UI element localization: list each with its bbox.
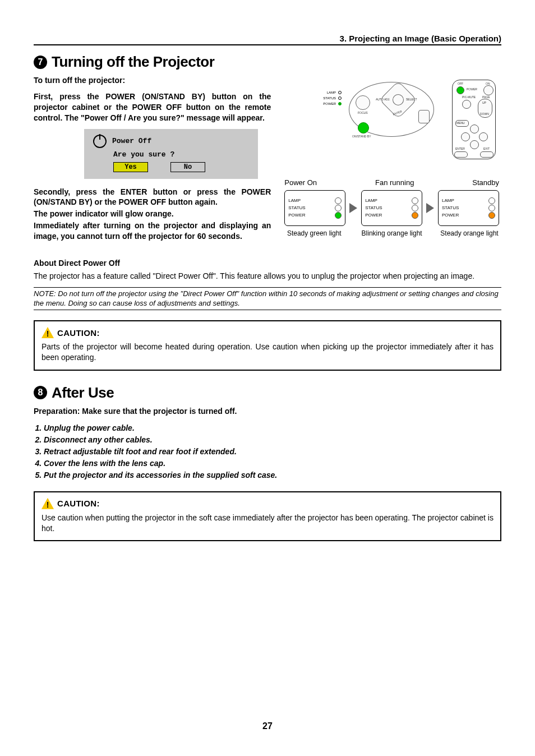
dialog-line2: Are you sure ?	[113, 150, 252, 159]
direct-power-off-heading: About Direct Power Off	[34, 259, 501, 268]
state-headers: Power On Fan running Standby	[284, 178, 499, 187]
caution-box-1: ! CAUTION: Parts of the projector will b…	[34, 320, 501, 371]
caution-2-text: Use caution when putting the projector i…	[41, 513, 494, 534]
power-off-dialog: Power Off Are you sure ? Yes No	[84, 129, 258, 179]
projector-panel-figure: LAMP STATUS POWER FOCUS ON/STAND BY AUTO…	[342, 79, 437, 146]
state-box-on: LAMP STATUS POWER	[284, 190, 345, 226]
power-icon	[93, 135, 107, 148]
warning-icon: !	[41, 498, 54, 509]
section-7-badge: 7	[34, 56, 47, 69]
dialog-no-button[interactable]: No	[170, 162, 205, 172]
state-boxes: LAMP STATUS POWER LAMP STATUS POWER LAMP…	[284, 190, 499, 226]
warning-icon: !	[41, 327, 54, 338]
section7-para2-line1: Secondly, press the ENTER button or pres…	[34, 187, 271, 208]
arrow-icon	[349, 203, 357, 213]
section7-lead: To turn off the projector:	[34, 75, 271, 86]
direct-power-off-note: NOTE: Do not turn off the projector usin…	[34, 287, 501, 310]
dialog-line1: Power Off	[112, 137, 151, 145]
section-8-heading: 8 After Use	[34, 384, 501, 402]
caution-box-2: ! CAUTION: Use caution when putting the …	[34, 491, 501, 542]
step-2: Disconnect any other cables.	[44, 434, 501, 446]
section-8-badge: 8	[34, 386, 47, 399]
step-4: Cover the lens with the lens cap.	[44, 458, 501, 469]
arrow-icon	[426, 203, 434, 213]
caution-1-title: CAUTION:	[57, 328, 100, 338]
step-1: Unplug the power cable.	[44, 422, 501, 434]
caution-2-title: CAUTION:	[57, 499, 100, 508]
state-captions: Steady green light Blinking orange light…	[283, 229, 500, 237]
section7-para2-line3: Immediately after turning on the project…	[34, 220, 271, 242]
section-7-title: Turning off the Projector	[52, 53, 214, 71]
step-5: Put the projector and its accessories in…	[44, 469, 501, 481]
chapter-header: 3. Projecting an Image (Basic Operation)	[34, 34, 501, 45]
panel-legend: LAMP STATUS POWER	[317, 90, 342, 107]
step-3: Retract adjustable tilt foot and rear fo…	[44, 446, 501, 458]
dialog-yes-button[interactable]: Yes	[113, 162, 148, 172]
section7-para1: First, press the POWER (ON/STAND BY) but…	[34, 91, 271, 123]
state-box-fan: LAMP STATUS POWER	[361, 190, 422, 226]
section-7-heading: 7 Turning off the Projector	[34, 53, 501, 71]
section-8-title: After Use	[52, 384, 114, 402]
caution-1-text: Parts of the projector will become heate…	[41, 342, 494, 363]
section8-steps: Unplug the power cable. Disconnect any o…	[34, 422, 501, 481]
state-box-standby: LAMP STATUS POWER	[438, 190, 499, 226]
remote-figure: OFF ON POWER PIC-MUTE PAGE UP DOWN MENU	[445, 79, 501, 163]
direct-power-off-para: The projector has a feature called "Dire…	[34, 271, 501, 282]
section8-lead: Preparation: Make sure that the projecto…	[34, 406, 501, 417]
section7-para2-line2: The power indicator will glow orange.	[34, 209, 271, 219]
page-number: 27	[0, 721, 535, 731]
